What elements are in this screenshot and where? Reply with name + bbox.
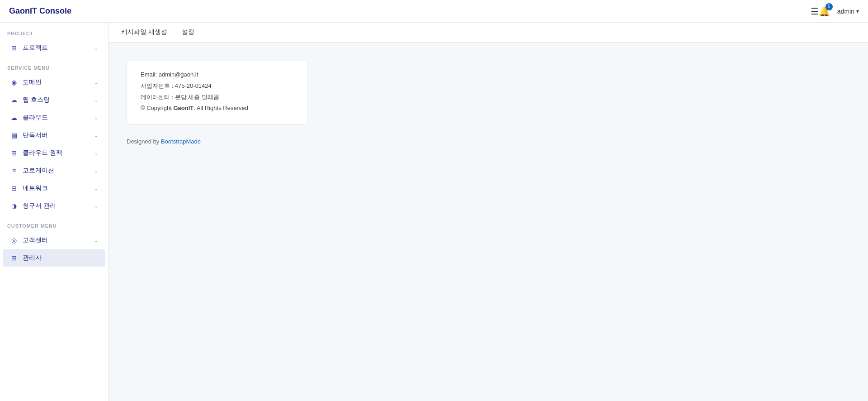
sidebar-item-colocation[interactable]: 코로케이션 ⌄: [3, 162, 105, 179]
server-icon: [10, 131, 18, 139]
domain-icon: [10, 78, 18, 86]
sidebar-item-admin[interactable]: 관리자: [3, 249, 105, 267]
layout: PROJECT 프로젝트 ⌄ SERVICE MENU 도메인 ⌄ 웹 호스팅 …: [0, 23, 868, 401]
colocation-icon: [10, 167, 18, 175]
datacenter-info: 데이터센터 : 분당 세종 딜레콤: [141, 93, 293, 102]
hamburger-button[interactable]: ☰: [811, 6, 819, 17]
project-section-label: PROJECT: [0, 23, 108, 39]
tab-settings[interactable]: 설정: [176, 24, 200, 41]
cloudpack-label: 클라우드 원팩: [23, 149, 90, 157]
sidebar-item-billing[interactable]: 청구서 관리 ⌄: [3, 197, 105, 215]
web-hosting-icon: [10, 96, 18, 104]
sidebar: PROJECT 프로젝트 ⌄ SERVICE MENU 도메인 ⌄ 웹 호스팅 …: [0, 23, 108, 401]
sidebar-item-web-hosting[interactable]: 웹 호스팅 ⌄: [3, 91, 105, 109]
notification-bell[interactable]: 🔔 5: [819, 6, 830, 17]
content-area: Email: admin@gaon.it 사업자번호 : 475-20-0142…: [108, 43, 868, 401]
sidebar-item-cloud[interactable]: 클라우드 ⌄: [3, 109, 105, 126]
customer-menu-section-label: CUSTOMER MENU: [0, 215, 108, 231]
chevron-down-icon: ⌄: [94, 150, 98, 156]
chevron-down-icon: ⌄: [94, 115, 98, 121]
copyright-info: © Copyright GaonIT. All Rights Reserved: [141, 104, 293, 113]
chevron-down-icon: ⌄: [94, 97, 98, 103]
admin-menu-label: 관리자: [23, 254, 98, 262]
sidebar-item-domain[interactable]: 도메인 ⌄: [3, 74, 105, 91]
sidebar-item-support[interactable]: 고객센터 ⌄: [3, 232, 105, 249]
logo: GaonIT Console: [9, 6, 802, 16]
sidebar-item-cloudpack[interactable]: 클라우드 원팩 ⌄: [3, 144, 105, 162]
support-icon: [10, 236, 18, 244]
tabs-bar: 캐시파일 재생성 설정: [108, 23, 868, 43]
billing-label: 청구서 관리: [23, 202, 90, 210]
chevron-down-icon: ⌄: [94, 80, 98, 86]
cloud-label: 클라우드: [23, 114, 90, 122]
colocation-label: 코로케이션: [23, 167, 90, 175]
footer-info-box: Email: admin@gaon.it 사업자번호 : 475-20-0142…: [127, 61, 307, 124]
sidebar-item-project[interactable]: 프로젝트 ⌄: [3, 39, 105, 57]
chevron-down-icon: ⌄: [94, 168, 98, 174]
chevron-down-icon: ⌄: [94, 45, 98, 51]
chevron-down-icon: ⌄: [94, 186, 98, 191]
sidebar-item-network[interactable]: 네트워크 ⌄: [3, 180, 105, 197]
admin-dropdown[interactable]: admin: [837, 8, 859, 15]
bootstrapmade-link[interactable]: BootstrapMade: [161, 138, 201, 145]
designed-by: Designed by BootstrapMade: [127, 138, 850, 145]
main-content: 캐시파일 재생성 설정 Email: admin@gaon.it 사업자번호 :…: [108, 23, 868, 401]
header-right: 🔔 5 admin: [819, 6, 859, 17]
web-hosting-label: 웹 호스팅: [23, 96, 90, 104]
chevron-down-icon: ⌄: [94, 203, 98, 209]
service-menu-section-label: SERVICE MENU: [0, 57, 108, 73]
notification-badge: 5: [826, 3, 833, 10]
billing-icon: [10, 202, 18, 210]
cloudpack-icon: [10, 149, 18, 157]
server-label: 단독서버: [23, 131, 90, 139]
designed-prefix: Designed by: [127, 138, 161, 145]
support-label: 고객센터: [23, 236, 90, 244]
sidebar-item-server[interactable]: 단독서버 ⌄: [3, 127, 105, 144]
grid-icon: [10, 44, 18, 52]
network-label: 네트워크: [23, 184, 90, 192]
biz-no-info: 사업자번호 : 475-20-01424: [141, 81, 293, 91]
admin-icon: [10, 254, 18, 262]
network-icon: [10, 184, 18, 192]
email-info: Email: admin@gaon.it: [141, 70, 293, 80]
project-label: 프로젝트: [23, 44, 90, 52]
domain-label: 도메인: [23, 78, 90, 86]
cloud-icon: [10, 114, 18, 122]
admin-label: admin: [837, 8, 854, 15]
tab-cache-rebuild[interactable]: 캐시파일 재생성: [116, 24, 173, 41]
header: GaonIT Console ☰ 🔔 5 admin: [0, 0, 868, 23]
chevron-down-icon: ⌄: [94, 133, 98, 138]
chevron-down-icon: ⌄: [94, 238, 98, 243]
